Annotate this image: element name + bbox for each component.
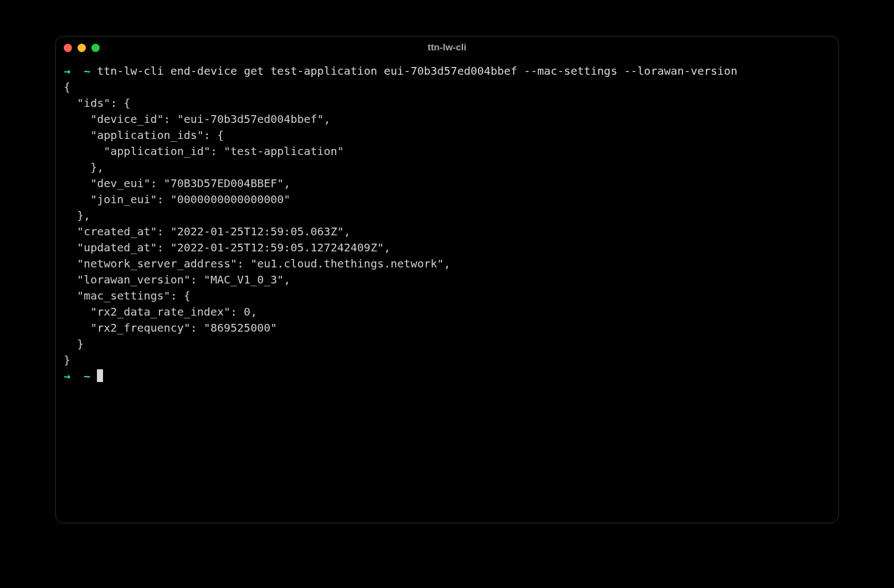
titlebar: ttn-lw-cli: [56, 37, 838, 59]
output-line: "ids": {: [64, 96, 130, 110]
output-line: "dev_eui": "70B3D57ED004BBEF",: [64, 177, 290, 190]
output-line: "network_server_address": "eu1.cloud.the…: [64, 257, 450, 270]
terminal-window: ttn-lw-cli → ~ ttn-lw-cli end-device get…: [55, 36, 839, 523]
minimize-icon[interactable]: [78, 44, 86, 52]
command-text: ttn-lw-cli end-device get test-applicati…: [97, 64, 737, 78]
output-line: "created_at": "2022-01-25T12:59:05.063Z"…: [64, 225, 351, 238]
prompt-arrow-icon: →: [64, 369, 70, 383]
output-line: },: [64, 209, 90, 222]
window-controls: [64, 44, 100, 52]
close-icon[interactable]: [64, 44, 72, 52]
output-line: },: [64, 161, 104, 174]
output-line: "updated_at": "2022-01-25T12:59:05.12724…: [64, 241, 391, 254]
output-line: "join_eui": "0000000000000000": [64, 193, 290, 206]
prompt-tilde: ~: [84, 369, 90, 383]
prompt-tilde: ~: [84, 64, 90, 78]
output-line: "device_id": "eui-70b3d57ed004bbef",: [64, 112, 331, 126]
output-line: "rx2_data_rate_index": 0,: [64, 305, 257, 318]
output-line: }: [64, 337, 84, 350]
output-line: "mac_settings": {: [64, 289, 191, 302]
window-title: ttn-lw-cli: [56, 42, 838, 53]
output-line: "application_id": "test-application": [64, 145, 344, 158]
prompt-arrow-icon: →: [64, 64, 70, 78]
zoom-icon[interactable]: [91, 44, 100, 52]
output-line: {: [64, 80, 70, 94]
output-line: "rx2_frequency": "869525000": [64, 321, 277, 334]
output-line: "application_ids": {: [64, 128, 224, 142]
cursor-icon: [97, 369, 103, 382]
terminal-body[interactable]: → ~ ttn-lw-cli end-device get test-appli…: [56, 59, 838, 523]
output-line: }: [64, 353, 70, 367]
output-line: "lorawan_version": "MAC_V1_0_3",: [64, 273, 290, 286]
